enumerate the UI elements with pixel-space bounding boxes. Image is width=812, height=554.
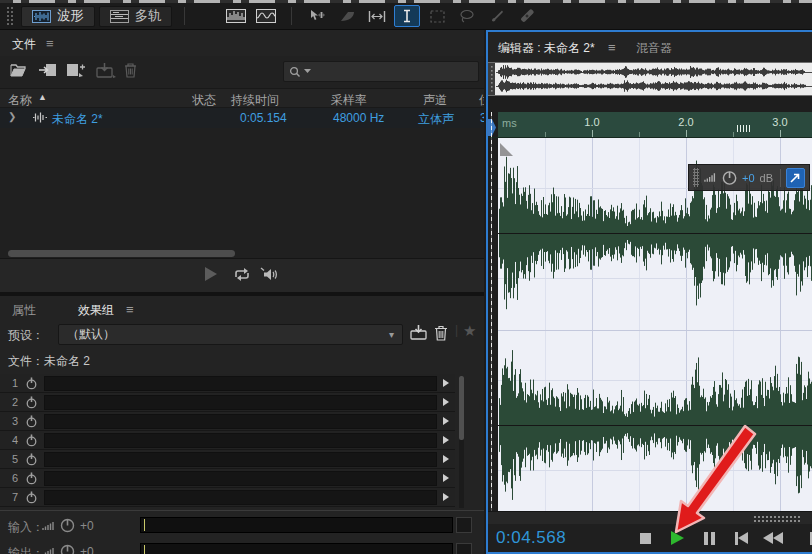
toolbar-grip[interactable] — [6, 6, 13, 26]
expand-chevron-icon[interactable]: ❯ — [8, 111, 16, 122]
search-input[interactable] — [313, 66, 463, 78]
search-options-caret-icon — [304, 69, 311, 74]
effect-slot-row[interactable]: 7 — [0, 488, 455, 507]
save-file-button[interactable] — [96, 63, 116, 78]
power-icon[interactable] — [25, 377, 38, 390]
hud-grip[interactable] — [693, 168, 699, 187]
slot-arrow-icon[interactable] — [443, 436, 449, 444]
file-list-header[interactable]: 名称 ▲ 状态 持续时间 采样率 声道 位 — [0, 88, 484, 108]
play-button[interactable] — [668, 530, 686, 546]
preset-dropdown[interactable]: （默认） ▾ — [58, 324, 403, 345]
multitrack-mode-icon — [110, 10, 129, 23]
slot-number: 5 — [0, 453, 18, 465]
files-hscrollbar-thumb[interactable] — [8, 250, 235, 257]
hscroll-grip[interactable] — [753, 515, 800, 522]
file-name[interactable]: 未命名 2* — [52, 111, 103, 128]
trash-button[interactable] — [124, 63, 137, 78]
editor-panel-menu-icon[interactable]: ≡ — [608, 40, 616, 55]
effect-slot-field[interactable] — [44, 376, 437, 391]
files-hscrollbar[interactable] — [0, 249, 484, 258]
column-bits[interactable]: 位 — [479, 92, 484, 109]
waveform-overview-strip[interactable] — [488, 62, 812, 96]
paintbrush-tool-button[interactable] — [484, 5, 510, 27]
new-file-button[interactable] — [66, 63, 86, 77]
waveform-display[interactable]: +0 dB — [488, 138, 812, 511]
hud-gain-value[interactable]: +0 — [742, 172, 755, 184]
loop-playback-button[interactable] — [233, 267, 251, 282]
power-icon[interactable] — [25, 472, 38, 485]
effects-vscrollbar-thumb[interactable] — [459, 376, 464, 440]
file-list-empty-area[interactable] — [0, 128, 484, 249]
volume-hud[interactable]: +0 dB — [688, 164, 810, 191]
effect-slot-field[interactable] — [44, 452, 437, 467]
lasso-selection-tool-button[interactable] — [454, 5, 480, 27]
column-sample-rate[interactable]: 采样率 — [331, 92, 367, 109]
tab-properties[interactable]: 属性 — [12, 302, 36, 319]
delete-preset-button[interactable] — [434, 325, 448, 341]
slot-arrow-icon[interactable] — [443, 379, 449, 387]
effects-vscrollbar[interactable] — [459, 376, 464, 508]
column-channels[interactable]: 声道 — [423, 92, 447, 109]
pause-button[interactable] — [700, 530, 718, 546]
time-display[interactable]: 0:04.568 — [496, 528, 566, 548]
slot-arrow-icon[interactable] — [443, 398, 449, 406]
power-icon[interactable] — [25, 453, 38, 466]
hud-knob-icon[interactable] — [722, 170, 737, 186]
power-icon[interactable] — [25, 415, 38, 428]
effect-slot-field[interactable] — [44, 414, 437, 429]
rewind-button[interactable] — [764, 530, 782, 546]
import-file-button[interactable] — [38, 63, 58, 77]
power-icon[interactable] — [25, 434, 38, 447]
ibeam-tool-button[interactable] — [394, 5, 420, 27]
editor-hscrollbar[interactable] — [488, 511, 812, 524]
time-selection-tool-button[interactable] — [364, 5, 390, 27]
slot-arrow-icon[interactable] — [443, 474, 449, 482]
column-name[interactable]: 名称 — [8, 92, 32, 109]
effect-slot-row[interactable]: 6 — [0, 469, 455, 488]
effect-slot-row[interactable]: 4 — [0, 431, 455, 450]
effects-panel-menu-icon[interactable]: ≡ — [126, 302, 134, 317]
marquee-selection-tool-button[interactable] — [424, 5, 450, 27]
move-tool-button[interactable] — [304, 5, 330, 27]
waveform-view-button[interactable] — [223, 5, 249, 27]
effect-slot-field[interactable] — [44, 471, 437, 486]
timeline-ruler[interactable]: ms 1.02.03.0 — [488, 112, 812, 138]
slot-number: 4 — [0, 434, 18, 446]
skip-to-start-button[interactable] — [732, 530, 750, 546]
power-icon[interactable] — [25, 491, 38, 504]
effect-slot-field[interactable] — [44, 395, 437, 410]
fast-forward-button[interactable] — [802, 530, 812, 546]
input-knob-icon[interactable] — [60, 518, 75, 533]
auto-play-speaker-button[interactable] — [260, 267, 279, 282]
stop-button[interactable] — [636, 530, 654, 546]
spectral-view-button[interactable] — [253, 5, 279, 27]
open-file-button[interactable] — [10, 63, 28, 77]
file-search-box[interactable] — [283, 61, 479, 82]
preview-play-button[interactable] — [205, 267, 217, 281]
tab-files[interactable]: 文件 — [12, 36, 36, 53]
file-row[interactable]: ❯ 未命名 2* 0:05.154 48000 Hz 立体声 3 — [0, 108, 484, 128]
effect-slot-row[interactable]: 5 — [0, 450, 455, 469]
hud-pin-button[interactable] — [786, 168, 805, 188]
files-panel-menu-icon[interactable]: ≡ — [46, 36, 54, 51]
save-preset-button[interactable] — [410, 325, 429, 340]
column-status[interactable]: 状态 — [192, 92, 216, 109]
playhead-line[interactable] — [491, 112, 492, 511]
power-icon[interactable] — [25, 396, 38, 409]
effect-slot-row[interactable]: 2 — [0, 393, 455, 412]
effect-slot-field[interactable] — [44, 433, 437, 448]
spot-healing-brush-tool-button[interactable] — [514, 5, 540, 27]
multitrack-mode-button[interactable]: 多轨 — [99, 6, 173, 27]
effect-slot-field[interactable] — [44, 490, 437, 505]
slot-arrow-icon[interactable] — [443, 417, 449, 425]
favorite-star-icon[interactable]: ★ — [463, 322, 476, 340]
output-knob-icon[interactable] — [60, 544, 75, 554]
tab-mixer[interactable]: 混音器 — [636, 40, 672, 57]
slot-arrow-icon[interactable] — [443, 493, 449, 501]
effect-slot-row[interactable]: 1 — [0, 374, 455, 393]
effect-slot-row[interactable]: 3 — [0, 412, 455, 431]
slot-arrow-icon[interactable] — [443, 455, 449, 463]
column-duration[interactable]: 持续时间 — [231, 92, 279, 109]
razor-tool-button[interactable] — [334, 5, 360, 27]
waveform-mode-button[interactable]: 波形 — [21, 6, 95, 27]
